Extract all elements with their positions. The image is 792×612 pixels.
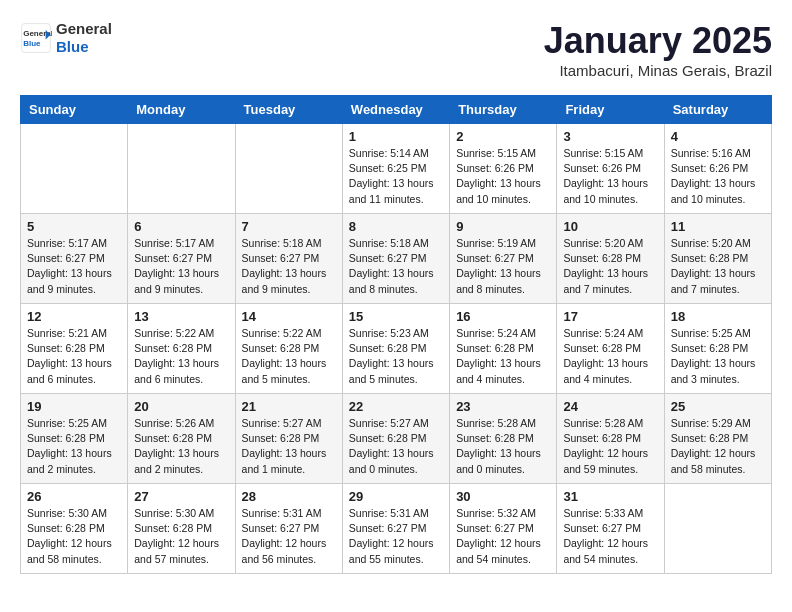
week-row-2: 12Sunrise: 5:21 AM Sunset: 6:28 PM Dayli… — [21, 304, 772, 394]
day-number: 15 — [349, 309, 443, 324]
day-number: 7 — [242, 219, 336, 234]
calendar-cell: 17Sunrise: 5:24 AM Sunset: 6:28 PM Dayli… — [557, 304, 664, 394]
day-number: 24 — [563, 399, 657, 414]
calendar-cell: 12Sunrise: 5:21 AM Sunset: 6:28 PM Dayli… — [21, 304, 128, 394]
day-number: 18 — [671, 309, 765, 324]
day-info: Sunrise: 5:19 AM Sunset: 6:27 PM Dayligh… — [456, 236, 550, 297]
calendar-table: SundayMondayTuesdayWednesdayThursdayFrid… — [20, 95, 772, 574]
calendar-header: SundayMondayTuesdayWednesdayThursdayFrid… — [21, 96, 772, 124]
day-number: 2 — [456, 129, 550, 144]
day-number: 25 — [671, 399, 765, 414]
page-header: General Blue General Blue January 2025 I… — [20, 20, 772, 79]
day-info: Sunrise: 5:33 AM Sunset: 6:27 PM Dayligh… — [563, 506, 657, 567]
logo: General Blue General Blue — [20, 20, 112, 56]
calendar-cell: 28Sunrise: 5:31 AM Sunset: 6:27 PM Dayli… — [235, 484, 342, 574]
header-thursday: Thursday — [450, 96, 557, 124]
day-number: 21 — [242, 399, 336, 414]
day-number: 3 — [563, 129, 657, 144]
day-number: 8 — [349, 219, 443, 234]
week-row-3: 19Sunrise: 5:25 AM Sunset: 6:28 PM Dayli… — [21, 394, 772, 484]
day-number: 12 — [27, 309, 121, 324]
calendar-cell: 24Sunrise: 5:28 AM Sunset: 6:28 PM Dayli… — [557, 394, 664, 484]
title-block: January 2025 Itambacuri, Minas Gerais, B… — [544, 20, 772, 79]
location-subtitle: Itambacuri, Minas Gerais, Brazil — [544, 62, 772, 79]
day-info: Sunrise: 5:23 AM Sunset: 6:28 PM Dayligh… — [349, 326, 443, 387]
calendar-cell — [235, 124, 342, 214]
day-number: 31 — [563, 489, 657, 504]
day-number: 30 — [456, 489, 550, 504]
day-info: Sunrise: 5:17 AM Sunset: 6:27 PM Dayligh… — [134, 236, 228, 297]
calendar-cell: 27Sunrise: 5:30 AM Sunset: 6:28 PM Dayli… — [128, 484, 235, 574]
day-number: 4 — [671, 129, 765, 144]
calendar-cell: 5Sunrise: 5:17 AM Sunset: 6:27 PM Daylig… — [21, 214, 128, 304]
calendar-cell: 25Sunrise: 5:29 AM Sunset: 6:28 PM Dayli… — [664, 394, 771, 484]
calendar-cell: 16Sunrise: 5:24 AM Sunset: 6:28 PM Dayli… — [450, 304, 557, 394]
day-number: 10 — [563, 219, 657, 234]
day-info: Sunrise: 5:18 AM Sunset: 6:27 PM Dayligh… — [242, 236, 336, 297]
calendar-cell: 23Sunrise: 5:28 AM Sunset: 6:28 PM Dayli… — [450, 394, 557, 484]
day-info: Sunrise: 5:32 AM Sunset: 6:27 PM Dayligh… — [456, 506, 550, 567]
header-wednesday: Wednesday — [342, 96, 449, 124]
calendar-cell — [664, 484, 771, 574]
calendar-cell: 26Sunrise: 5:30 AM Sunset: 6:28 PM Dayli… — [21, 484, 128, 574]
day-info: Sunrise: 5:29 AM Sunset: 6:28 PM Dayligh… — [671, 416, 765, 477]
day-info: Sunrise: 5:28 AM Sunset: 6:28 PM Dayligh… — [563, 416, 657, 477]
calendar-cell: 18Sunrise: 5:25 AM Sunset: 6:28 PM Dayli… — [664, 304, 771, 394]
calendar-cell: 11Sunrise: 5:20 AM Sunset: 6:28 PM Dayli… — [664, 214, 771, 304]
day-info: Sunrise: 5:24 AM Sunset: 6:28 PM Dayligh… — [563, 326, 657, 387]
day-number: 6 — [134, 219, 228, 234]
calendar-cell: 10Sunrise: 5:20 AM Sunset: 6:28 PM Dayli… — [557, 214, 664, 304]
day-number: 19 — [27, 399, 121, 414]
logo-general: General — [56, 20, 112, 38]
day-info: Sunrise: 5:27 AM Sunset: 6:28 PM Dayligh… — [242, 416, 336, 477]
day-info: Sunrise: 5:31 AM Sunset: 6:27 PM Dayligh… — [349, 506, 443, 567]
header-monday: Monday — [128, 96, 235, 124]
calendar-cell: 8Sunrise: 5:18 AM Sunset: 6:27 PM Daylig… — [342, 214, 449, 304]
calendar-cell: 19Sunrise: 5:25 AM Sunset: 6:28 PM Dayli… — [21, 394, 128, 484]
day-number: 13 — [134, 309, 228, 324]
day-info: Sunrise: 5:15 AM Sunset: 6:26 PM Dayligh… — [563, 146, 657, 207]
day-number: 23 — [456, 399, 550, 414]
logo-blue: Blue — [56, 38, 112, 56]
calendar-cell: 13Sunrise: 5:22 AM Sunset: 6:28 PM Dayli… — [128, 304, 235, 394]
day-info: Sunrise: 5:25 AM Sunset: 6:28 PM Dayligh… — [27, 416, 121, 477]
header-tuesday: Tuesday — [235, 96, 342, 124]
calendar-cell: 29Sunrise: 5:31 AM Sunset: 6:27 PM Dayli… — [342, 484, 449, 574]
calendar-cell: 2Sunrise: 5:15 AM Sunset: 6:26 PM Daylig… — [450, 124, 557, 214]
day-info: Sunrise: 5:20 AM Sunset: 6:28 PM Dayligh… — [563, 236, 657, 297]
svg-text:Blue: Blue — [23, 39, 41, 48]
header-saturday: Saturday — [664, 96, 771, 124]
day-number: 28 — [242, 489, 336, 504]
day-number: 22 — [349, 399, 443, 414]
day-number: 14 — [242, 309, 336, 324]
day-info: Sunrise: 5:30 AM Sunset: 6:28 PM Dayligh… — [134, 506, 228, 567]
calendar-cell: 7Sunrise: 5:18 AM Sunset: 6:27 PM Daylig… — [235, 214, 342, 304]
header-friday: Friday — [557, 96, 664, 124]
calendar-cell: 14Sunrise: 5:22 AM Sunset: 6:28 PM Dayli… — [235, 304, 342, 394]
day-number: 26 — [27, 489, 121, 504]
calendar-cell: 31Sunrise: 5:33 AM Sunset: 6:27 PM Dayli… — [557, 484, 664, 574]
calendar-body: 1Sunrise: 5:14 AM Sunset: 6:25 PM Daylig… — [21, 124, 772, 574]
calendar-cell: 20Sunrise: 5:26 AM Sunset: 6:28 PM Dayli… — [128, 394, 235, 484]
calendar-cell: 15Sunrise: 5:23 AM Sunset: 6:28 PM Dayli… — [342, 304, 449, 394]
logo-icon: General Blue — [20, 22, 52, 54]
day-info: Sunrise: 5:22 AM Sunset: 6:28 PM Dayligh… — [134, 326, 228, 387]
day-info: Sunrise: 5:30 AM Sunset: 6:28 PM Dayligh… — [27, 506, 121, 567]
day-number: 11 — [671, 219, 765, 234]
day-info: Sunrise: 5:18 AM Sunset: 6:27 PM Dayligh… — [349, 236, 443, 297]
calendar-cell — [128, 124, 235, 214]
calendar-cell: 3Sunrise: 5:15 AM Sunset: 6:26 PM Daylig… — [557, 124, 664, 214]
day-info: Sunrise: 5:26 AM Sunset: 6:28 PM Dayligh… — [134, 416, 228, 477]
calendar-cell: 30Sunrise: 5:32 AM Sunset: 6:27 PM Dayli… — [450, 484, 557, 574]
day-number: 16 — [456, 309, 550, 324]
month-title: January 2025 — [544, 20, 772, 62]
day-info: Sunrise: 5:27 AM Sunset: 6:28 PM Dayligh… — [349, 416, 443, 477]
calendar-cell: 1Sunrise: 5:14 AM Sunset: 6:25 PM Daylig… — [342, 124, 449, 214]
calendar-cell: 4Sunrise: 5:16 AM Sunset: 6:26 PM Daylig… — [664, 124, 771, 214]
day-number: 27 — [134, 489, 228, 504]
day-info: Sunrise: 5:21 AM Sunset: 6:28 PM Dayligh… — [27, 326, 121, 387]
day-info: Sunrise: 5:28 AM Sunset: 6:28 PM Dayligh… — [456, 416, 550, 477]
calendar-cell: 9Sunrise: 5:19 AM Sunset: 6:27 PM Daylig… — [450, 214, 557, 304]
day-info: Sunrise: 5:25 AM Sunset: 6:28 PM Dayligh… — [671, 326, 765, 387]
day-number: 9 — [456, 219, 550, 234]
